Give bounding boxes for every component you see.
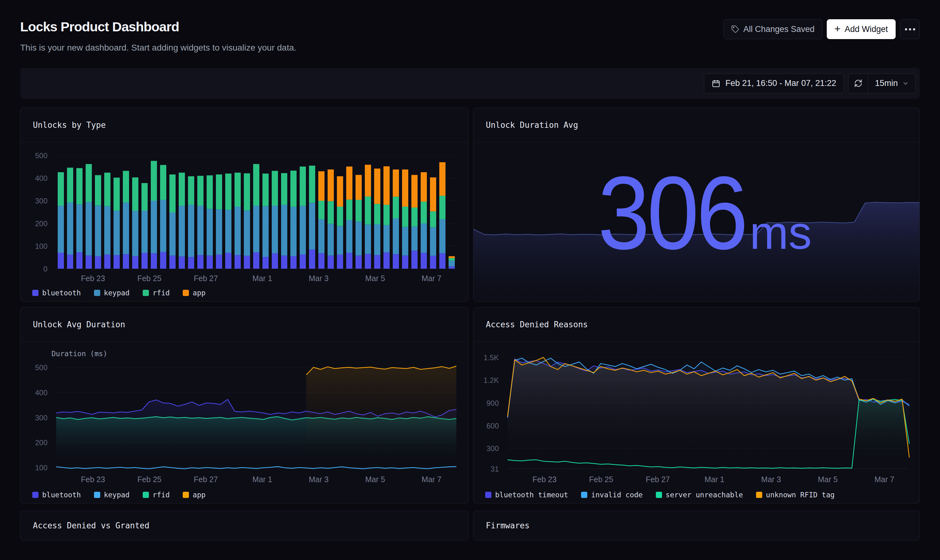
tag-icon xyxy=(731,25,739,33)
legend-swatch xyxy=(32,492,38,498)
legend-item[interactable]: bluetooth xyxy=(32,491,81,499)
legend-item[interactable]: app xyxy=(183,289,206,297)
svg-text:Feb 27: Feb 27 xyxy=(646,475,670,484)
legend-swatch xyxy=(94,492,100,498)
legend-label: bluetooth xyxy=(42,289,81,297)
svg-text:300: 300 xyxy=(35,414,48,422)
panel-title: Access Denied Reasons xyxy=(486,320,588,329)
legend-swatch xyxy=(183,492,189,498)
legend-item[interactable]: keypad xyxy=(94,491,130,499)
svg-text:200: 200 xyxy=(35,438,48,447)
svg-text:100: 100 xyxy=(35,463,48,472)
svg-text:Feb 27: Feb 27 xyxy=(194,274,218,283)
svg-text:Feb 23: Feb 23 xyxy=(81,475,105,484)
legend-item[interactable]: bluetooth timeout xyxy=(485,491,568,499)
chart-legend: bluetoothkeypadrfidapp xyxy=(32,491,206,499)
panel-title: Firmwares xyxy=(486,521,529,530)
svg-text:Feb 25: Feb 25 xyxy=(137,274,162,283)
refresh-icon xyxy=(854,79,862,88)
legend-label: rfid xyxy=(152,289,170,297)
svg-text:Feb 25: Feb 25 xyxy=(589,475,613,484)
svg-text:Feb 27: Feb 27 xyxy=(194,475,218,484)
legend-swatch xyxy=(485,492,491,498)
legend-label: server unreachable xyxy=(666,491,743,499)
svg-text:200: 200 xyxy=(35,219,48,228)
svg-text:Mar 3: Mar 3 xyxy=(309,475,329,484)
svg-text:31: 31 xyxy=(491,465,499,473)
line-chart: 100200300400500Feb 23Feb 25Feb 27Mar 1Ma… xyxy=(20,342,468,504)
interval-label: 15min xyxy=(875,78,898,88)
legend-label: bluetooth xyxy=(42,491,81,499)
add-widget-button[interactable]: + Add Widget xyxy=(827,19,895,39)
svg-text:Mar 5: Mar 5 xyxy=(365,274,385,283)
legend-swatch xyxy=(143,492,149,498)
svg-text:0: 0 xyxy=(43,265,48,273)
legend-swatch xyxy=(143,290,149,296)
panel-title: Unlocks by Type xyxy=(33,120,106,130)
header-actions: All Changes Saved + Add Widget xyxy=(723,19,920,39)
svg-text:1.5K: 1.5K xyxy=(484,353,499,362)
svg-text:Feb 23: Feb 23 xyxy=(532,475,557,484)
svg-text:400: 400 xyxy=(35,174,48,182)
legend-item[interactable]: keypad xyxy=(94,289,130,297)
refresh-button[interactable] xyxy=(848,74,868,93)
legend-swatch xyxy=(94,290,100,296)
legend-item[interactable]: invalid code xyxy=(581,491,643,499)
panel-firmwares: Firmwares xyxy=(473,511,920,540)
svg-text:Mar 3: Mar 3 xyxy=(309,274,329,283)
svg-text:Feb 25: Feb 25 xyxy=(137,475,162,484)
legend-swatch xyxy=(756,492,762,498)
metric-value: 306 xyxy=(597,161,745,265)
page-title: Locks Product Dashboard xyxy=(20,19,179,34)
panel-unlock-avg-duration: Unlock Avg Duration 100200300400500Feb 2… xyxy=(20,307,468,503)
interval-dropdown[interactable]: 15min xyxy=(868,78,915,88)
calendar-icon xyxy=(712,79,720,88)
svg-text:1.2K: 1.2K xyxy=(484,376,499,385)
legend-item[interactable]: bluetooth xyxy=(32,289,81,297)
dashboard-toolbar: Feb 21, 16:50 - Mar 07, 21:22 15min xyxy=(20,68,920,98)
svg-text:Mar 1: Mar 1 xyxy=(705,475,725,484)
panel-title: Access Denied vs Granted xyxy=(33,521,149,530)
legend-item[interactable]: server unreachable xyxy=(656,491,743,499)
stacked-bar-chart: 0100200300400500Feb 23Feb 25Feb 27Mar 1M… xyxy=(20,142,468,302)
legend-label: app xyxy=(193,289,206,297)
legend-label: app xyxy=(193,491,206,499)
legend-item[interactable]: unknown RFID tag xyxy=(756,491,835,499)
svg-text:300: 300 xyxy=(35,197,48,205)
date-range-button[interactable]: Feb 21, 16:50 - Mar 07, 21:22 xyxy=(704,74,844,93)
more-options-button[interactable] xyxy=(900,19,920,39)
svg-text:600: 600 xyxy=(486,422,499,430)
chevron-down-icon xyxy=(902,80,909,87)
panel-access-denied-reasons: Access Denied Reasons 313006009001.2K1.5… xyxy=(473,307,920,503)
add-widget-label: Add Widget xyxy=(845,25,888,34)
svg-text:900: 900 xyxy=(486,399,499,407)
date-range-label: Feb 21, 16:50 - Mar 07, 21:22 xyxy=(725,78,836,88)
legend-label: unknown RFID tag xyxy=(766,491,835,499)
svg-text:Mar 5: Mar 5 xyxy=(365,475,385,484)
svg-text:500: 500 xyxy=(35,363,48,372)
legend-label: rfid xyxy=(152,491,170,499)
all-changes-saved-button[interactable]: All Changes Saved xyxy=(723,19,822,39)
svg-text:Duration (ms): Duration (ms) xyxy=(51,350,107,358)
chart-legend: bluetoothkeypadrfidapp xyxy=(32,289,206,297)
legend-item[interactable]: rfid xyxy=(143,491,170,499)
refresh-interval-control: 15min xyxy=(848,74,915,93)
big-number: 306 ms xyxy=(474,142,920,302)
svg-text:Mar 3: Mar 3 xyxy=(761,475,781,484)
legend-label: keypad xyxy=(104,491,130,499)
svg-text:Mar 1: Mar 1 xyxy=(252,274,272,283)
svg-text:Mar 7: Mar 7 xyxy=(422,475,442,484)
svg-text:400: 400 xyxy=(35,388,48,397)
legend-swatch xyxy=(183,290,189,296)
line-chart: 313006009001.2K1.5KFeb 23Feb 25Feb 27Mar… xyxy=(474,342,920,504)
chart-legend: bluetooth timeoutinvalid codeserver unre… xyxy=(485,491,834,499)
svg-text:300: 300 xyxy=(486,444,499,453)
legend-swatch xyxy=(32,290,38,296)
legend-swatch xyxy=(656,492,662,498)
svg-text:500: 500 xyxy=(35,151,48,160)
panel-title: Unlock Avg Duration xyxy=(33,320,125,329)
legend-item[interactable]: rfid xyxy=(143,289,170,297)
metric-unit: ms xyxy=(749,209,812,256)
legend-item[interactable]: app xyxy=(183,491,206,499)
svg-text:Mar 5: Mar 5 xyxy=(818,475,838,484)
